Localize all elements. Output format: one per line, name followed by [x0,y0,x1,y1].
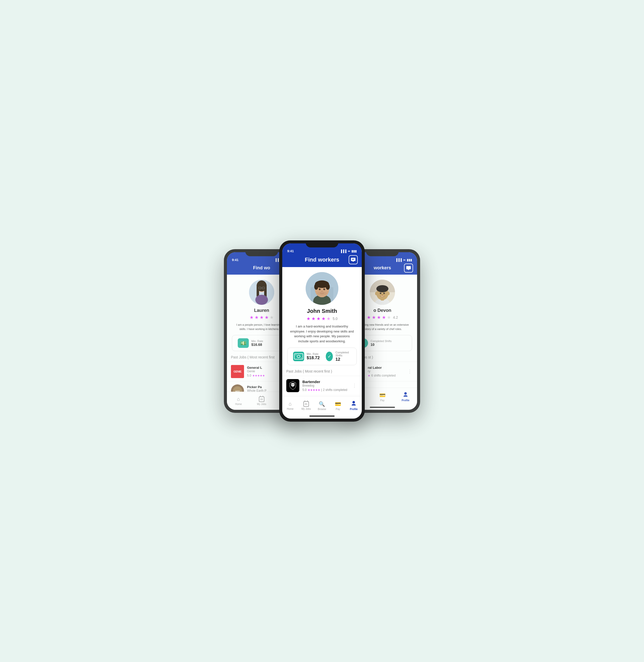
status-icons-center: ▐▐▐ ≃ ▮▮▮ [340,249,357,253]
profile-icon-right [403,392,408,398]
svg-point-37 [295,354,296,355]
rating-num-center: 5.0 [332,317,337,321]
signal-icon-center: ▐▐▐ [340,249,346,253]
shifts-text-center: Completed Shifts 12 [335,351,351,362]
avatar-center [306,272,338,305]
avatar-right [370,280,395,305]
nav-myjobs-left[interactable]: 21 My Jobs [256,396,268,405]
job-title-center-1: Bartender [302,380,348,384]
svg-point-10 [255,295,268,305]
svg-point-26 [320,289,320,289]
check-circle-center: ✓ [326,352,333,361]
svg-point-22 [314,284,318,290]
svg-point-24 [319,288,321,290]
worker-name-center: John Smith [307,308,337,314]
app-header-center: Find workers [282,255,362,267]
more-button-right-1[interactable]: ⋮ [407,368,413,375]
worker-name-right: o Devon [373,308,391,313]
svg-point-30 [320,293,321,293]
home-icon-center: ⌂ [289,401,292,407]
nav-profile-center[interactable]: Profile [348,401,360,411]
status-icons-right: ▐▐▐ ≃ ▮▮▮ [395,258,412,262]
job-info-right-1: ral Labor ry ★ 6 shifts completed [368,366,404,377]
battery-icon-center: ▮▮▮ [351,249,357,253]
svg-point-40 [293,384,294,385]
svg-point-6 [262,287,263,288]
svg-point-27 [324,289,325,289]
wep-logo: WEP [231,384,244,392]
calendar-icon-left: 21 [259,396,264,402]
time-left: 9:41 [232,258,238,262]
rate-text-center: Min. Rate $18.72 [307,352,320,360]
money-icon-center [293,352,304,361]
wifi-icon-center: ≃ [348,249,350,253]
svg-point-50 [380,292,382,294]
pay-icon-right: 💳 [380,392,386,398]
notch-right [366,249,399,256]
stats-row-center: Min. Rate $18.72 ✓ Completed Shifts 12 [287,348,357,365]
svg-point-38 [301,357,302,358]
money-icon-left: 💵 [238,338,249,348]
job-meta-right-1: ★ 6 shifts completed [368,374,404,377]
stars-right: ★ ★ ★ ★ ★ 4.2 [367,315,398,320]
svg-text:WEP: WEP [235,390,240,392]
more-button-right-2[interactable]: ⋮ [407,387,413,388]
svg-point-29 [317,291,327,295]
job-info-center-1: Bartender Brewdog 5.0 ★★★★★ | 2 shifts c… [302,380,348,392]
nav-browse-center[interactable]: 🔍 Browse [316,401,328,411]
job-card-center-1[interactable]: Bartender Brewdog 5.0 ★★★★★ | 2 shifts c… [282,376,362,395]
wifi-icon-right: ≃ [403,258,406,262]
nav-myjobs-center[interactable]: 21 My Jobs [300,401,312,410]
header-title-left: Find wo [253,265,270,271]
svg-point-31 [321,293,321,294]
center-phone: 9:41 ▐▐▐ ≃ ▮▮▮ Find workers [279,240,365,422]
nav-pay-right[interactable]: 💳 Pay [376,392,388,402]
avatar-left [249,280,274,305]
svg-point-36 [297,355,300,358]
svg-point-32 [322,294,322,294]
more-button-center-1[interactable]: ⋮ [351,382,358,390]
svg-point-33 [323,293,323,294]
profile-section-center: John Smith ★ ★ ★ ★ ★ 5.0 I am a hard-wor… [282,267,362,369]
profile-icon-center [351,401,356,407]
past-jobs-title-center: Past Jobs ( Most recent first ) [282,369,362,376]
svg-point-54 [382,294,383,296]
bio-center: I am a hard-working and trustworthy empl… [287,324,357,344]
home-icon-left: ⌂ [237,396,240,402]
svg-point-48 [375,292,377,295]
svg-point-55 [404,392,407,395]
svg-point-52 [381,293,381,293]
svg-point-41 [352,401,355,403]
svg-point-5 [260,287,261,288]
stars-left: ★ ★ ★ ★ ★ [250,315,274,320]
scroll-content-center[interactable]: John Smith ★ ★ ★ ★ ★ 5.0 I am a hard-wor… [282,267,362,396]
svg-point-34 [323,293,324,293]
svg-point-47 [376,285,388,292]
battery-icon-right: ▮▮▮ [407,258,412,262]
rating-num-right: 4.2 [393,315,398,319]
svg-point-23 [326,284,330,290]
calendar-icon-center: 21 [303,401,309,407]
notch-left [245,249,278,256]
svg-point-53 [384,293,385,293]
job-card-center-2[interactable]: Levy Prep Cook Levy Restaurant 5.0 ★★★★★… [282,395,362,396]
home-bar-center [309,416,335,417]
svg-point-49 [387,292,390,295]
chat-button-right[interactable] [404,264,413,272]
job-title-right-2: r Packer [368,387,404,388]
chat-button-center[interactable] [349,255,358,264]
stars-center: ★ ★ ★ ★ ★ 5.0 [306,316,337,322]
signal-icon-right: ▐▐▐ [395,258,402,262]
svg-point-51 [383,292,385,294]
nav-home-left[interactable]: ⌂ Home [232,396,245,405]
rate-stat-center: Min. Rate $18.72 [290,349,323,364]
svg-point-25 [323,288,325,290]
nav-pay-center[interactable]: 💳 Pay [332,401,344,411]
home-bar-right [370,407,395,408]
nav-profile-right[interactable]: Profile [399,392,412,402]
header-title-right: workers [373,265,391,271]
header-title-center: Find workers [305,257,339,263]
shifts-stat-center: ✓ Completed Shifts 12 [323,348,354,365]
nav-home-center[interactable]: ⌂ Home [284,401,296,410]
shifts-text-right: Completed Shifts 10 [371,339,392,347]
